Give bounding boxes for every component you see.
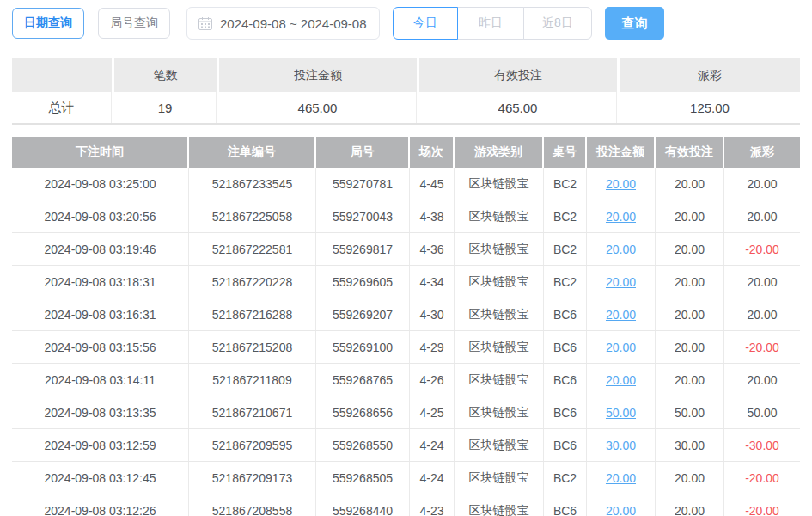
record-table-no: BC2 (544, 462, 587, 494)
record-order-id: 521867208558 (189, 494, 316, 516)
record-bet-amount-link[interactable]: 20.00 (606, 341, 636, 354)
record-valid-bet: 50.00 (656, 396, 724, 428)
summary-total-row: 总计 19 465.00 465.00 125.00 (12, 92, 800, 125)
record-time: 2024-09-08 03:12:59 (12, 429, 189, 461)
records-header-game-type: 游戏类别 (455, 137, 544, 168)
record-session: 4-23 (410, 494, 455, 516)
search-button[interactable]: 查询 (605, 7, 664, 40)
summary-total-label: 总计 (12, 92, 112, 123)
summary-header-row: 笔数 投注金额 有效投注 派彩 (12, 58, 800, 92)
last8days-button[interactable]: 近8日 (523, 7, 592, 40)
record-row: 2024-09-08 03:12:45521867209173559268505… (12, 462, 800, 494)
record-game-type: 区块链骰宝 (455, 200, 544, 232)
record-round-id: 559268656 (316, 396, 410, 428)
record-game-type: 区块链骰宝 (455, 233, 544, 265)
record-session: 4-29 (410, 331, 455, 363)
record-table-no: BC6 (544, 429, 587, 461)
record-row: 2024-09-08 03:19:46521867222581559269817… (12, 233, 800, 266)
record-time: 2024-09-08 03:12:45 (12, 462, 189, 494)
date-range-value: 2024-09-08 ~ 2024-09-08 (220, 16, 367, 31)
record-round-id: 559270781 (316, 168, 410, 200)
yesterday-button[interactable]: 昨日 (457, 7, 524, 40)
record-order-id: 521867220228 (189, 266, 316, 298)
record-session: 4-24 (410, 429, 455, 461)
record-valid-bet: 20.00 (656, 298, 724, 330)
today-button[interactable]: 今日 (393, 7, 458, 40)
record-row: 2024-09-08 03:15:56521867215208559269100… (12, 331, 800, 364)
record-bet-amount: 20.00 (587, 200, 656, 232)
records-header-order-id: 注单编号 (189, 137, 316, 168)
record-round-id: 559270043 (316, 200, 410, 232)
quick-range-group: 今日 昨日 近8日 (393, 7, 592, 40)
record-game-type: 区块链骰宝 (455, 429, 544, 461)
record-bet-amount: 20.00 (587, 331, 656, 363)
record-bet-amount: 20.00 (587, 364, 656, 396)
summary-total-count: 19 (114, 92, 217, 123)
record-table-no: BC2 (544, 168, 587, 200)
record-bet-amount-link[interactable]: 20.00 (606, 373, 636, 387)
records-header-table-no: 桌号 (544, 137, 587, 168)
record-game-type: 区块链骰宝 (455, 364, 544, 396)
summary-header-empty (12, 58, 112, 92)
record-order-id: 521867225058 (189, 200, 316, 232)
record-time: 2024-09-08 03:18:31 (12, 266, 189, 298)
record-order-id: 521867222581 (189, 233, 316, 265)
record-order-id: 521867233545 (189, 168, 316, 200)
record-bet-amount-link[interactable]: 20.00 (606, 275, 636, 289)
record-valid-bet: 20.00 (656, 168, 724, 200)
record-table-no: BC6 (544, 298, 587, 330)
record-time: 2024-09-08 03:15:56 (12, 331, 189, 363)
summary-header-count: 笔数 (114, 58, 217, 92)
record-order-id: 521867210671 (189, 396, 316, 428)
toolbar: 日期查询 局号查询 2024-09-08 ~ 2024-09-08 今日 昨日 … (0, 0, 812, 40)
record-row: 2024-09-08 03:16:31521867216288559269207… (12, 298, 800, 331)
record-bet-amount-link[interactable]: 20.00 (606, 210, 636, 224)
record-valid-bet: 20.00 (656, 233, 724, 265)
record-payout: 20.00 (724, 200, 800, 232)
records-header-payout: 派彩 (724, 137, 800, 168)
record-row: 2024-09-08 03:14:11521867211809559268765… (12, 364, 800, 396)
record-payout: 20.00 (724, 298, 800, 330)
record-bet-amount: 30.00 (587, 429, 656, 461)
record-game-type: 区块链骰宝 (455, 494, 544, 516)
record-bet-amount-link[interactable]: 20.00 (606, 471, 636, 485)
record-table-no: BC2 (544, 200, 587, 232)
round-query-button[interactable]: 局号查询 (98, 8, 170, 39)
record-bet-amount-link[interactable]: 30.00 (606, 439, 636, 452)
record-payout: -20.00 (724, 233, 800, 265)
records-header-bet-amount: 投注金额 (587, 137, 656, 168)
record-round-id: 559269207 (316, 298, 410, 330)
record-row: 2024-09-08 03:13:35521867210671559268656… (12, 396, 800, 429)
record-bet-amount-link[interactable]: 20.00 (606, 308, 636, 322)
record-bet-amount: 50.00 (587, 396, 656, 428)
record-time: 2024-09-08 03:25:00 (12, 168, 189, 200)
record-session: 4-24 (410, 462, 455, 494)
summary-header-valid-bet: 有效投注 (419, 58, 617, 92)
record-bet-amount-link[interactable]: 20.00 (606, 177, 636, 191)
record-order-id: 521867216288 (189, 298, 316, 330)
record-order-id: 521867215208 (189, 331, 316, 363)
date-range-input[interactable]: 2024-09-08 ~ 2024-09-08 (186, 7, 380, 40)
record-bet-amount: 20.00 (587, 266, 656, 298)
record-payout: 20.00 (724, 168, 800, 200)
record-payout: -20.00 (724, 331, 800, 363)
record-order-id: 521867209173 (189, 462, 316, 494)
record-valid-bet: 20.00 (656, 266, 724, 298)
record-round-id: 559268765 (316, 364, 410, 396)
records-header-session: 场次 (410, 137, 455, 168)
summary-table: 笔数 投注金额 有效投注 派彩 总计 19 465.00 465.00 125.… (12, 58, 800, 125)
record-bet-amount-link[interactable]: 20.00 (606, 243, 636, 256)
record-payout: -20.00 (724, 494, 800, 516)
record-bet-amount-link[interactable]: 20.00 (606, 504, 636, 516)
record-valid-bet: 30.00 (656, 429, 724, 461)
summary-header-bet-amount: 投注金额 (219, 58, 417, 92)
date-query-button[interactable]: 日期查询 (12, 8, 84, 39)
record-valid-bet: 20.00 (656, 200, 724, 232)
record-round-id: 559268550 (316, 429, 410, 461)
record-payout: -20.00 (724, 462, 800, 494)
record-table-no: BC2 (544, 233, 587, 265)
records-header-valid-bet: 有效投注 (656, 137, 724, 168)
records-header-time: 下注时间 (12, 137, 189, 168)
record-time: 2024-09-08 03:19:46 (12, 233, 189, 265)
record-bet-amount-link[interactable]: 50.00 (606, 406, 636, 420)
